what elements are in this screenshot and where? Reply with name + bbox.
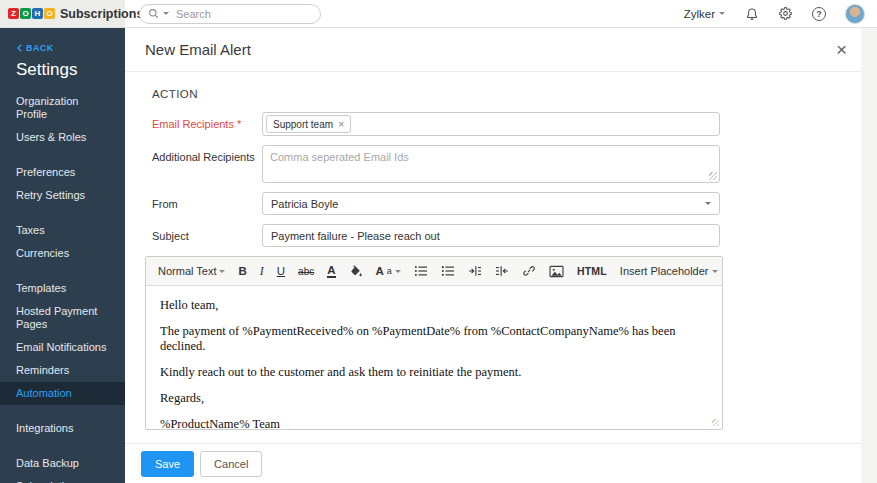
chevron-down-icon (712, 270, 718, 273)
sidebar-menu: Organization ProfileUsers & RolesPrefere… (0, 90, 125, 483)
insert-image-icon[interactable] (549, 265, 564, 278)
underline-button[interactable]: U (277, 265, 285, 277)
sidebar-item-hosted-payment-pages[interactable]: Hosted Payment Pages (0, 300, 125, 336)
subject-row: Subject Payment failure - Please reach o… (125, 224, 861, 247)
zoho-logo-letter: O (44, 8, 55, 19)
email-body-content[interactable]: Hello team,The payment of %PaymentReceiv… (146, 286, 722, 429)
org-chevron-icon (719, 12, 725, 15)
cancel-button[interactable]: Cancel (200, 451, 262, 477)
additional-recipients-label: Additional Recipients (152, 145, 262, 183)
sidebar-item-taxes[interactable]: Taxes (0, 219, 125, 242)
email-recipients-row: Email Recipients * Support team × (125, 112, 861, 136)
sidebar-item-reminders[interactable]: Reminders (0, 359, 125, 382)
editor-resize-handle[interactable] (712, 419, 719, 426)
zoho-logo: ZOHO (8, 8, 55, 19)
sidebar-item-automation[interactable]: Automation (0, 382, 125, 405)
help-icon[interactable]: ? (812, 7, 826, 21)
sidebar-item-data-backup[interactable]: Data Backup (0, 452, 125, 475)
logo-area: ZOHO Subscriptions (0, 0, 125, 27)
email-body-paragraph: Regards, (160, 391, 708, 406)
sidebar-item-subscription[interactable]: Subscription (0, 475, 125, 483)
background-color-bucket-icon[interactable] (349, 265, 363, 278)
zoho-logo-letter: Z (8, 8, 19, 19)
org-switcher[interactable]: Zylker (684, 8, 725, 20)
editor-toolbar: Normal Text B I U abc A Aa (146, 257, 722, 286)
additional-recipients-row: Additional Recipients Comma seperated Em… (125, 145, 861, 183)
font-options-dropdown[interactable]: Aa (376, 265, 401, 277)
textarea-resize-handle[interactable] (709, 172, 717, 180)
chip-remove-icon[interactable]: × (338, 119, 344, 130)
sidebar-item-organization-profile[interactable]: Organization Profile (0, 90, 125, 126)
chevron-down-icon (219, 270, 225, 273)
italic-button[interactable]: I (260, 264, 264, 279)
notifications-bell-icon[interactable] (744, 6, 759, 21)
from-select[interactable]: Patricia Boyle (262, 192, 720, 215)
save-button[interactable]: Save (141, 451, 194, 477)
additional-recipients-textarea[interactable]: Comma seperated Email Ids (262, 145, 720, 183)
email-recipients-label: Email Recipients * (152, 112, 262, 136)
top-navigation-bar: ZOHO Subscriptions Search Zylker ? (0, 0, 877, 28)
email-body-editor: Normal Text B I U abc A Aa (145, 256, 723, 430)
recipient-chip: Support team × (266, 115, 351, 133)
sidebar-item-preferences[interactable]: Preferences (0, 161, 125, 184)
panel-footer: Save Cancel (125, 443, 861, 483)
indent-icon[interactable] (495, 265, 509, 277)
select-chevron-icon (705, 202, 711, 205)
insert-placeholder-dropdown[interactable]: Insert Placeholder (620, 265, 718, 277)
sidebar-item-users-roles[interactable]: Users & Roles (0, 126, 125, 149)
paragraph-style-dropdown[interactable]: Normal Text (158, 265, 225, 277)
user-avatar[interactable] (845, 4, 865, 24)
subject-input[interactable]: Payment failure - Please reach out (262, 224, 720, 247)
page-title: New Email Alert (145, 41, 251, 58)
sidebar-title: Settings (0, 53, 125, 90)
email-body-paragraph: Hello team, (160, 298, 708, 313)
subject-label: Subject (152, 224, 262, 247)
product-name: Subscriptions (60, 7, 143, 21)
global-search-input[interactable]: Search (139, 4, 321, 24)
new-email-alert-panel: New Email Alert × ACTION Email Recipient… (125, 28, 861, 483)
search-icon (148, 8, 159, 19)
sidebar-item-integrations[interactable]: Integrations (0, 417, 125, 440)
link-icon[interactable] (522, 264, 536, 278)
search-placeholder: Search (176, 8, 211, 20)
email-body-paragraph: The payment of %PaymentReceived% on %Pay… (160, 324, 708, 354)
html-view-button[interactable]: HTML (577, 265, 607, 277)
sidebar-item-currencies[interactable]: Currencies (0, 242, 125, 265)
bold-button[interactable]: B (238, 265, 246, 277)
close-icon[interactable]: × (836, 40, 847, 59)
sidebar-item-email-notifications[interactable]: Email Notifications (0, 336, 125, 359)
email-body-paragraph: Kindly reach out to the customer and ask… (160, 365, 708, 380)
section-title: ACTION (125, 72, 861, 112)
chevron-down-icon (395, 270, 401, 273)
outdent-icon[interactable] (468, 265, 482, 277)
sidebar-item-templates[interactable]: Templates (0, 277, 125, 300)
sidebar-item-retry-settings[interactable]: Retry Settings (0, 184, 125, 207)
search-scope-chevron-icon[interactable] (163, 12, 169, 15)
settings-sidebar: BACK Settings Organization ProfileUsers … (0, 28, 125, 483)
from-row: From Patricia Boyle (125, 192, 861, 215)
chevron-left-icon (16, 44, 24, 52)
font-color-button[interactable]: A (327, 265, 335, 278)
email-recipients-input[interactable]: Support team × (262, 112, 720, 136)
zoho-logo-letter: H (32, 8, 43, 19)
back-link[interactable]: BACK (0, 28, 125, 53)
ordered-list-icon[interactable] (414, 265, 428, 277)
email-body-paragraph: %ProductName% Team (160, 417, 708, 429)
settings-gear-icon[interactable] (778, 6, 793, 21)
zoho-logo-letter: O (20, 8, 31, 19)
strikethrough-button[interactable]: abc (298, 266, 314, 277)
panel-header: New Email Alert × (125, 28, 861, 72)
org-name: Zylker (684, 8, 715, 20)
topbar-actions: Zylker ? (684, 4, 877, 24)
from-label: From (152, 192, 262, 215)
bullet-list-icon[interactable] (441, 265, 455, 277)
